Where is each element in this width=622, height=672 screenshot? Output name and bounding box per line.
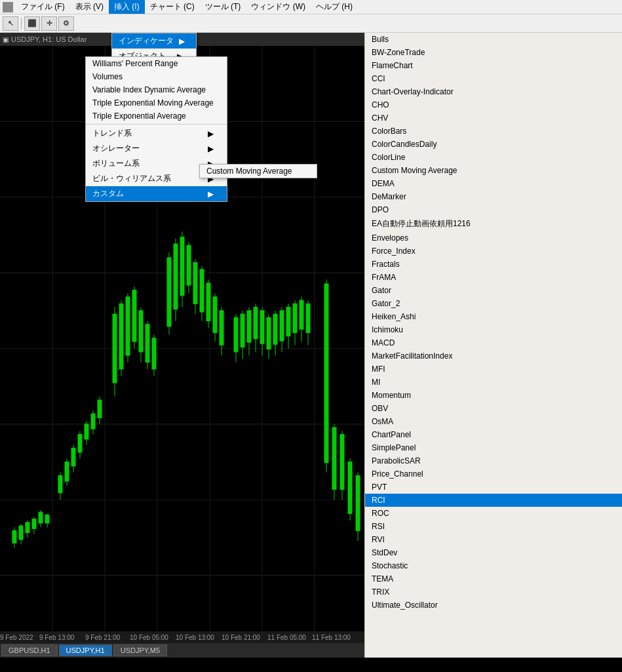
indicator-item-gator[interactable]: Gator bbox=[365, 284, 622, 297]
tab-gbpusd-h1[interactable]: GBPUSD,H1 bbox=[1, 644, 58, 656]
indicator-item-dpo[interactable]: DPO bbox=[365, 203, 622, 216]
menu-window[interactable]: ウィンドウ (W) bbox=[246, 0, 311, 14]
indicator-item-obv[interactable]: OBV bbox=[365, 402, 622, 415]
menu-chart[interactable]: チャート (C) bbox=[145, 0, 200, 14]
submenu-sep bbox=[86, 124, 227, 125]
indicator-item-simplepanel[interactable]: SimplePanel bbox=[365, 441, 622, 454]
indicator-item-rci[interactable]: RCI bbox=[365, 494, 622, 507]
indicator-item-heiken-ashi[interactable]: Heiken_Ashi bbox=[365, 310, 622, 323]
menu-file[interactable]: ファイル (F) bbox=[16, 0, 70, 14]
tab-usdjpy-h1[interactable]: USDJPY,H1 bbox=[59, 644, 112, 656]
indicator-item-bw-zonetrade[interactable]: BW-ZoneTrade bbox=[365, 46, 622, 59]
indicator-item-flamechart[interactable]: FlameChart bbox=[365, 59, 622, 72]
indicator-item-macd[interactable]: MACD bbox=[365, 336, 622, 349]
svg-rect-59 bbox=[180, 237, 184, 296]
indicator-item-chartpanel[interactable]: ChartPanel bbox=[365, 428, 622, 441]
svg-rect-31 bbox=[71, 448, 75, 466]
svg-rect-27 bbox=[58, 476, 62, 493]
indicator-item-gator-2[interactable]: Gator_2 bbox=[365, 297, 622, 310]
submenu-tema[interactable]: Triple Exponential Average bbox=[86, 109, 227, 123]
submenu-tema-label: Triple Exponential Average bbox=[92, 111, 186, 121]
indicator-item-cho[interactable]: CHO bbox=[365, 98, 622, 111]
custom-submenu-cma[interactable]: Custom Moving Average bbox=[200, 165, 317, 178]
indicator-item-fractals[interactable]: Fractals bbox=[365, 258, 622, 271]
indicator-item-stddev[interactable]: StdDev bbox=[365, 546, 622, 559]
svg-rect-85 bbox=[273, 314, 277, 344]
indicator-item-ea---------1216[interactable]: EA自動停止動画依頼用1216 bbox=[365, 216, 622, 231]
indicator-item-ultimate-oscillator[interactable]: Ultimate_Oscillator bbox=[365, 599, 622, 612]
indicator-item-trix[interactable]: TRIX bbox=[365, 585, 622, 599]
indicator-item-envelopes[interactable]: Envelopes bbox=[365, 231, 622, 245]
menu-item-indicator[interactable]: インディケータ ▶ bbox=[112, 33, 196, 49]
submenu-oscillator[interactable]: オシレーター ▶ bbox=[86, 141, 227, 156]
indicator-item-colorbars[interactable]: ColorBars bbox=[365, 125, 622, 138]
svg-rect-35 bbox=[85, 424, 88, 439]
indicator-item-ichimoku[interactable]: Ichimoku bbox=[365, 323, 622, 336]
indicator-item-rvi[interactable]: RVI bbox=[365, 533, 622, 546]
indicator-item-rsi[interactable]: RSI bbox=[365, 520, 622, 533]
indicator-item-colorcandlesdaily[interactable]: ColorCandlesDaily bbox=[365, 138, 622, 151]
svg-rect-67 bbox=[206, 283, 210, 321]
indicator-item-stochastic[interactable]: Stochastic bbox=[365, 559, 622, 572]
main-area: ▣ USDJPY, H1: US Dollar bbox=[0, 33, 622, 658]
menu-tools[interactable]: ツール (T) bbox=[200, 0, 246, 14]
svg-rect-17 bbox=[19, 526, 23, 540]
toolbar-chart-type[interactable]: ⬛ bbox=[24, 16, 40, 31]
indicator-submenu: Williams' Percent Range Volumes Variable… bbox=[85, 56, 227, 202]
indicator-item-price-channel[interactable]: Price_Channel bbox=[365, 467, 622, 481]
svg-rect-103 bbox=[348, 462, 352, 514]
menu-insert[interactable]: 挿入 (I) bbox=[109, 0, 145, 14]
submenu-volumes[interactable]: Volumes bbox=[86, 70, 227, 83]
submenu-bill-label: ビル・ウィリアムス系 bbox=[92, 173, 171, 184]
svg-rect-73 bbox=[234, 317, 238, 351]
svg-rect-37 bbox=[91, 414, 95, 429]
submenu-custom[interactable]: カスタム ▶ bbox=[86, 186, 227, 201]
menu-help[interactable]: ヘルプ (H) bbox=[311, 0, 358, 14]
indicator-item-parabolicsar[interactable]: ParabolicSAR bbox=[365, 454, 622, 467]
time-label-4: 10 Feb 05:00 bbox=[130, 634, 168, 641]
submenu-tema-moving[interactable]: Triple Exponential Moving Average bbox=[86, 96, 227, 109]
submenu-volume-label: ボリューム系 bbox=[92, 158, 140, 169]
svg-rect-101 bbox=[340, 435, 344, 490]
indicator-item-osma[interactable]: OsMA bbox=[365, 415, 622, 428]
indicator-item-roc[interactable]: ROC bbox=[365, 507, 622, 520]
svg-rect-87 bbox=[280, 311, 284, 341]
indicator-item-force-index[interactable]: Force_Index bbox=[365, 245, 622, 258]
submenu-vida[interactable]: Variable Index Dynamic Average bbox=[86, 83, 227, 96]
tab-usdjpy-m5[interactable]: USDJPY,M5 bbox=[113, 644, 167, 656]
svg-rect-53 bbox=[152, 338, 156, 369]
indicator-item-bulls[interactable]: Bulls bbox=[365, 33, 622, 46]
submenu-williams[interactable]: Williams' Percent Range bbox=[86, 57, 227, 70]
svg-rect-69 bbox=[213, 297, 217, 333]
menu-item-indicator-label: インディケータ bbox=[119, 35, 174, 47]
indicator-item-chart-overlay-indicator[interactable]: Chart-Overlay-Indicator bbox=[365, 85, 622, 98]
svg-rect-43 bbox=[119, 304, 123, 369]
svg-rect-89 bbox=[286, 307, 290, 336]
indicator-item-mfi[interactable]: MFI bbox=[365, 363, 622, 376]
indicator-item-tema[interactable]: TEMA bbox=[365, 572, 622, 585]
submenu-trend[interactable]: トレンド系 ▶ bbox=[86, 126, 227, 141]
menu-view[interactable]: 表示 (V) bbox=[70, 0, 109, 14]
toolbar-settings[interactable]: ⚙ bbox=[58, 16, 74, 31]
right-panel: BullsBW-ZoneTradeFlameChartCCIChart-Over… bbox=[364, 33, 622, 658]
indicator-item-dema[interactable]: DEMA bbox=[365, 177, 622, 190]
indicator-item-momentum[interactable]: Momentum bbox=[365, 389, 622, 402]
svg-rect-51 bbox=[146, 325, 149, 363]
indicator-item-frama[interactable]: FrAMA bbox=[365, 271, 622, 284]
indicator-item-colorline[interactable]: ColorLine bbox=[365, 151, 622, 164]
submenu-custom-label: カスタム bbox=[92, 188, 124, 199]
indicator-item-chv[interactable]: CHV bbox=[365, 111, 622, 125]
indicator-item-demarker[interactable]: DeMarker bbox=[365, 190, 622, 203]
toolbar-crosshair[interactable]: ✛ bbox=[41, 16, 57, 31]
svg-rect-33 bbox=[78, 435, 82, 452]
custom-arrow-icon: ▶ bbox=[208, 189, 214, 199]
svg-rect-77 bbox=[247, 311, 251, 342]
svg-rect-29 bbox=[65, 462, 69, 481]
indicator-item-marketfacilitationindex[interactable]: MarketFacilitationIndex bbox=[365, 349, 622, 363]
indicator-item-cci[interactable]: CCI bbox=[365, 72, 622, 85]
svg-rect-45 bbox=[126, 297, 130, 355]
toolbar-arrow[interactable]: ↖ bbox=[3, 16, 18, 31]
indicator-item-custom-moving-average[interactable]: Custom Moving Average bbox=[365, 164, 622, 177]
indicator-item-pvt[interactable]: PVT bbox=[365, 481, 622, 494]
indicator-item-mi[interactable]: MI bbox=[365, 376, 622, 389]
